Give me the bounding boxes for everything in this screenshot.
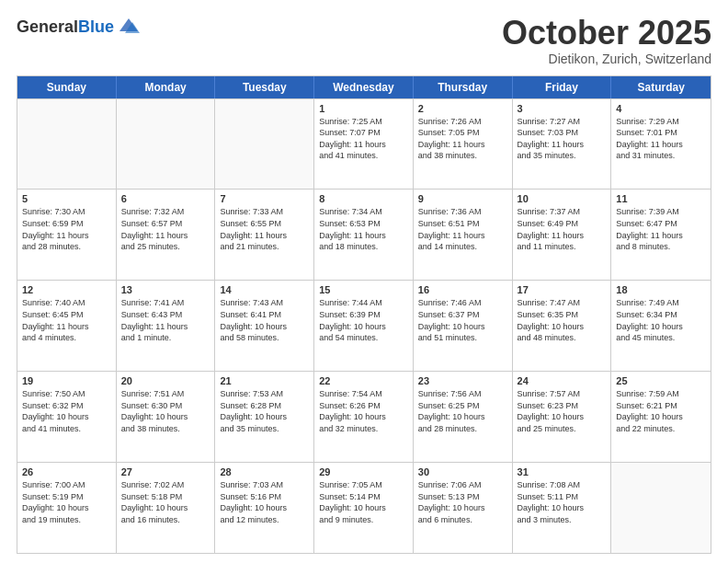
calendar-cell: 30Sunrise: 7:06 AM Sunset: 5:13 PM Dayli… — [414, 463, 513, 553]
day-info: Sunrise: 7:46 AM Sunset: 6:37 PM Dayligh… — [418, 297, 507, 343]
day-number: 17 — [518, 284, 607, 295]
day-number: 15 — [319, 284, 408, 295]
day-number: 8 — [319, 193, 408, 204]
calendar-cell: 22Sunrise: 7:54 AM Sunset: 6:26 PM Dayli… — [314, 372, 414, 462]
calendar-cell: 31Sunrise: 7:08 AM Sunset: 5:11 PM Dayli… — [513, 463, 612, 553]
calendar-cell: 17Sunrise: 7:47 AM Sunset: 6:35 PM Dayli… — [513, 281, 612, 371]
location: Dietikon, Zurich, Switzerland — [502, 52, 711, 66]
day-number: 27 — [121, 466, 210, 477]
calendar-cell — [611, 463, 711, 553]
day-info: Sunrise: 7:08 AM Sunset: 5:11 PM Dayligh… — [518, 479, 607, 525]
day-number: 3 — [518, 103, 607, 114]
calendar-cell: 28Sunrise: 7:03 AM Sunset: 5:16 PM Dayli… — [215, 463, 314, 553]
header: GeneralBlue October 2025 Dietikon, Zuric… — [17, 15, 711, 66]
calendar-row: 26Sunrise: 7:00 AM Sunset: 5:19 PM Dayli… — [17, 462, 711, 553]
day-number: 11 — [616, 193, 706, 204]
weekday-header: Monday — [117, 76, 216, 98]
day-info: Sunrise: 7:53 AM Sunset: 6:28 PM Dayligh… — [220, 388, 309, 434]
day-info: Sunrise: 7:26 AM Sunset: 7:05 PM Dayligh… — [418, 116, 507, 162]
day-number: 31 — [518, 466, 607, 477]
calendar-cell: 13Sunrise: 7:41 AM Sunset: 6:43 PM Dayli… — [117, 281, 216, 371]
calendar-cell: 26Sunrise: 7:00 AM Sunset: 5:19 PM Dayli… — [17, 463, 117, 553]
calendar-cell: 9Sunrise: 7:36 AM Sunset: 6:51 PM Daylig… — [414, 190, 513, 280]
day-info: Sunrise: 7:03 AM Sunset: 5:16 PM Dayligh… — [220, 479, 309, 525]
day-info: Sunrise: 7:29 AM Sunset: 7:01 PM Dayligh… — [616, 116, 706, 162]
calendar-row: 19Sunrise: 7:50 AM Sunset: 6:32 PM Dayli… — [17, 371, 711, 462]
day-info: Sunrise: 7:36 AM Sunset: 6:51 PM Dayligh… — [418, 206, 507, 252]
day-info: Sunrise: 7:43 AM Sunset: 6:41 PM Dayligh… — [220, 297, 309, 343]
day-number: 25 — [616, 375, 706, 386]
calendar-cell: 20Sunrise: 7:51 AM Sunset: 6:30 PM Dayli… — [117, 372, 216, 462]
calendar-cell — [117, 99, 216, 190]
day-info: Sunrise: 7:33 AM Sunset: 6:55 PM Dayligh… — [220, 206, 309, 252]
day-number: 1 — [319, 103, 408, 114]
day-info: Sunrise: 7:59 AM Sunset: 6:21 PM Dayligh… — [616, 388, 706, 434]
calendar-cell: 25Sunrise: 7:59 AM Sunset: 6:21 PM Dayli… — [611, 372, 711, 462]
calendar-cell: 14Sunrise: 7:43 AM Sunset: 6:41 PM Dayli… — [215, 281, 314, 371]
day-info: Sunrise: 7:44 AM Sunset: 6:39 PM Dayligh… — [319, 297, 408, 343]
day-info: Sunrise: 7:00 AM Sunset: 5:19 PM Dayligh… — [22, 479, 111, 525]
day-info: Sunrise: 7:41 AM Sunset: 6:43 PM Dayligh… — [121, 297, 210, 343]
day-info: Sunrise: 7:49 AM Sunset: 6:34 PM Dayligh… — [616, 297, 706, 343]
logo-general: GeneralBlue — [17, 18, 114, 37]
weekday-header: Thursday — [414, 76, 513, 98]
day-number: 28 — [220, 466, 309, 477]
calendar-cell: 19Sunrise: 7:50 AM Sunset: 6:32 PM Dayli… — [17, 372, 117, 462]
day-number: 19 — [22, 375, 111, 386]
calendar-cell: 23Sunrise: 7:56 AM Sunset: 6:25 PM Dayli… — [414, 372, 513, 462]
day-info: Sunrise: 7:54 AM Sunset: 6:26 PM Dayligh… — [319, 388, 408, 434]
logo: GeneralBlue — [17, 15, 142, 40]
day-number: 29 — [319, 466, 408, 477]
day-number: 23 — [418, 375, 507, 386]
calendar-cell: 5Sunrise: 7:30 AM Sunset: 6:59 PM Daylig… — [17, 190, 117, 280]
day-info: Sunrise: 7:27 AM Sunset: 7:03 PM Dayligh… — [518, 116, 607, 162]
weekday-header: Friday — [513, 76, 612, 98]
day-number: 10 — [518, 193, 607, 204]
calendar-cell: 15Sunrise: 7:44 AM Sunset: 6:39 PM Dayli… — [314, 281, 414, 371]
weekday-header: Wednesday — [314, 76, 414, 98]
calendar-cell: 3Sunrise: 7:27 AM Sunset: 7:03 PM Daylig… — [513, 99, 612, 190]
day-info: Sunrise: 7:34 AM Sunset: 6:53 PM Dayligh… — [319, 206, 408, 252]
calendar-row: 5Sunrise: 7:30 AM Sunset: 6:59 PM Daylig… — [17, 189, 711, 280]
calendar-header: SundayMondayTuesdayWednesdayThursdayFrid… — [17, 76, 711, 98]
calendar-cell: 8Sunrise: 7:34 AM Sunset: 6:53 PM Daylig… — [314, 190, 414, 280]
calendar-cell: 1Sunrise: 7:25 AM Sunset: 7:07 PM Daylig… — [314, 99, 414, 190]
calendar-cell: 10Sunrise: 7:37 AM Sunset: 6:49 PM Dayli… — [513, 190, 612, 280]
calendar-cell: 4Sunrise: 7:29 AM Sunset: 7:01 PM Daylig… — [611, 99, 711, 190]
calendar-cell: 18Sunrise: 7:49 AM Sunset: 6:34 PM Dayli… — [611, 281, 711, 371]
day-info: Sunrise: 7:57 AM Sunset: 6:23 PM Dayligh… — [518, 388, 607, 434]
calendar-cell: 24Sunrise: 7:57 AM Sunset: 6:23 PM Dayli… — [513, 372, 612, 462]
calendar-cell: 12Sunrise: 7:40 AM Sunset: 6:45 PM Dayli… — [17, 281, 117, 371]
day-number: 12 — [22, 284, 111, 295]
day-number: 16 — [418, 284, 507, 295]
day-info: Sunrise: 7:37 AM Sunset: 6:49 PM Dayligh… — [518, 206, 607, 252]
calendar-cell — [215, 99, 314, 190]
day-number: 13 — [121, 284, 210, 295]
calendar-cell: 6Sunrise: 7:32 AM Sunset: 6:57 PM Daylig… — [117, 190, 216, 280]
calendar-body: 1Sunrise: 7:25 AM Sunset: 7:07 PM Daylig… — [17, 98, 711, 553]
day-number: 7 — [220, 193, 309, 204]
calendar-row: 1Sunrise: 7:25 AM Sunset: 7:07 PM Daylig… — [17, 98, 711, 190]
day-number: 30 — [418, 466, 507, 477]
calendar-cell: 2Sunrise: 7:26 AM Sunset: 7:05 PM Daylig… — [414, 99, 513, 190]
day-info: Sunrise: 7:56 AM Sunset: 6:25 PM Dayligh… — [418, 388, 507, 434]
day-number: 14 — [220, 284, 309, 295]
day-info: Sunrise: 7:40 AM Sunset: 6:45 PM Dayligh… — [22, 297, 111, 343]
calendar-cell: 11Sunrise: 7:39 AM Sunset: 6:47 PM Dayli… — [611, 190, 711, 280]
calendar-cell — [17, 99, 117, 190]
logo-icon — [116, 15, 142, 40]
day-info: Sunrise: 7:02 AM Sunset: 5:18 PM Dayligh… — [121, 479, 210, 525]
calendar-cell: 7Sunrise: 7:33 AM Sunset: 6:55 PM Daylig… — [215, 190, 314, 280]
calendar-cell: 21Sunrise: 7:53 AM Sunset: 6:28 PM Dayli… — [215, 372, 314, 462]
calendar-cell: 16Sunrise: 7:46 AM Sunset: 6:37 PM Dayli… — [414, 281, 513, 371]
month-title: October 2025 — [502, 15, 711, 52]
calendar-row: 12Sunrise: 7:40 AM Sunset: 6:45 PM Dayli… — [17, 280, 711, 371]
day-number: 9 — [418, 193, 507, 204]
day-info: Sunrise: 7:51 AM Sunset: 6:30 PM Dayligh… — [121, 388, 210, 434]
day-info: Sunrise: 7:25 AM Sunset: 7:07 PM Dayligh… — [319, 116, 408, 162]
day-info: Sunrise: 7:47 AM Sunset: 6:35 PM Dayligh… — [518, 297, 607, 343]
day-info: Sunrise: 7:30 AM Sunset: 6:59 PM Dayligh… — [22, 206, 111, 252]
day-info: Sunrise: 7:32 AM Sunset: 6:57 PM Dayligh… — [121, 206, 210, 252]
day-number: 20 — [121, 375, 210, 386]
day-info: Sunrise: 7:39 AM Sunset: 6:47 PM Dayligh… — [616, 206, 706, 252]
